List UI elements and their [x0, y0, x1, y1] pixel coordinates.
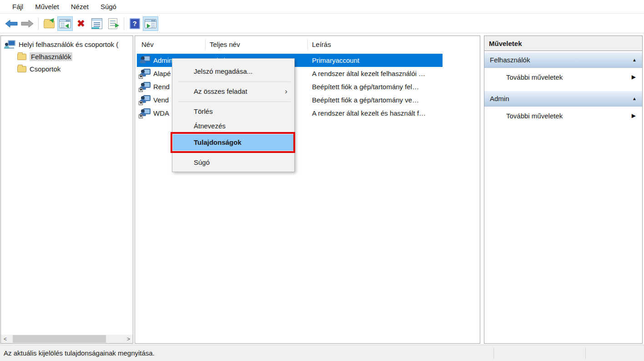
collapse-icon: ▲	[632, 57, 637, 62]
menu-sugo[interactable]: Súgó	[95, 0, 122, 14]
context-item-label: Az összes feladat	[194, 87, 247, 95]
properties-button[interactable]	[89, 16, 105, 31]
context-menu-separator	[178, 102, 291, 102]
user-disabled-icon	[140, 95, 151, 104]
list-header-row: Név Teljes név Leírás	[135, 36, 480, 53]
actions-section-felhasznalok[interactable]: Felhasználók ▲	[484, 52, 642, 68]
context-item-az-osszes-feladat[interactable]: Az összes feladat ›	[173, 84, 294, 99]
computer-user-icon	[5, 40, 15, 49]
actions-section-label: Admin	[490, 95, 509, 102]
user-disabled-icon	[140, 69, 151, 78]
actions-section-label: Felhasználók	[490, 56, 530, 64]
back-icon	[5, 20, 18, 28]
actions-section-gap	[484, 86, 642, 90]
user-description: A rendszer által kezelt felhasználói …	[312, 67, 442, 80]
status-bar: Az aktuális kijelölés tulajdonságainak m…	[0, 345, 644, 361]
show-console-tree-button[interactable]	[57, 16, 73, 31]
tree-item-csoportok[interactable]: Csoportok	[1, 63, 133, 75]
annotation-highlight-box	[171, 132, 295, 153]
help-button[interactable]: ?	[127, 16, 142, 31]
tree-horizontal-scrollbar[interactable]: < >	[1, 335, 133, 343]
back-button[interactable]	[4, 16, 19, 31]
context-item-jelszo-megadasa[interactable]: Jelszó megadása...	[173, 64, 294, 79]
column-header-leiras[interactable]: Leírás	[312, 36, 331, 53]
more-actions-arrow-icon: ▶	[632, 74, 636, 80]
scrollbar-thumb[interactable]	[13, 335, 106, 343]
folder-icon	[17, 66, 26, 72]
collapse-icon: ▲	[632, 96, 637, 101]
actions-item-tovabbi-muveletek-felhasznalok[interactable]: További műveletek ▶	[484, 68, 642, 86]
user-icon	[140, 56, 151, 65]
actions-pane: Műveletek Felhasználók ▲ További művelet…	[484, 36, 643, 344]
user-description: Beépített fiók a gép/tartomány fel…	[312, 80, 442, 93]
actions-pane-title: Műveletek	[484, 36, 642, 51]
context-item-sugo[interactable]: Súgó	[173, 155, 294, 170]
menu-fajl[interactable]: Fájl	[6, 0, 29, 14]
up-folder-icon	[44, 20, 55, 28]
scroll-left-icon[interactable]: <	[1, 335, 10, 343]
action-pane-icon	[145, 19, 156, 28]
context-item-torles[interactable]: Törlés	[173, 104, 294, 119]
tree-item-label: Felhasználók	[30, 52, 72, 61]
properties-icon	[91, 18, 102, 29]
toolbar: ✖ ?	[0, 14, 644, 33]
user-description: Beépített fiók a gép/tartomány ve…	[312, 93, 442, 107]
toolbar-separator	[38, 17, 39, 30]
console-tree-icon	[59, 19, 71, 28]
export-list-button[interactable]	[105, 16, 121, 31]
context-menu: Jelszó megadása... Az összes feladat › T…	[172, 58, 295, 172]
menu-muvelet[interactable]: Művelet	[29, 0, 65, 14]
column-header-teljes-nev[interactable]: Teljes név	[210, 36, 240, 53]
user-description: Primaryaccount	[312, 54, 442, 67]
user-description: A rendszer által kezelt és használt f…	[312, 107, 442, 120]
tree-root-label: Helyi felhasználók és csoportok (	[19, 41, 118, 48]
column-divider[interactable]	[205, 39, 206, 50]
column-divider[interactable]	[307, 39, 308, 50]
help-icon: ?	[130, 18, 140, 29]
user-disabled-icon	[140, 82, 151, 91]
tree-root-local-users-groups[interactable]: Helyi felhasználók és csoportok (	[1, 38, 133, 51]
delete-icon: ✖	[77, 19, 85, 29]
menu-nezet[interactable]: Nézet	[65, 0, 95, 14]
delete-button[interactable]: ✖	[73, 16, 89, 31]
show-action-pane-button[interactable]	[143, 16, 158, 31]
tree-item-felhasznalok[interactable]: Felhasználók	[1, 51, 133, 63]
up-one-level-button[interactable]	[41, 16, 57, 31]
forward-button[interactable]	[20, 16, 35, 31]
submenu-arrow-icon: ›	[285, 84, 287, 99]
folder-icon	[17, 54, 26, 60]
user-disabled-icon	[140, 108, 151, 117]
actions-item-label: További műveletek	[506, 112, 563, 120]
forward-icon	[21, 20, 34, 28]
context-menu-separator	[178, 81, 291, 82]
scroll-right-icon[interactable]: >	[124, 335, 133, 343]
actions-item-tovabbi-muveletek-admin[interactable]: További műveletek ▶	[484, 107, 642, 125]
console-tree-pane: Helyi felhasználók és csoportok ( Felhas…	[0, 36, 133, 344]
actions-item-label: További műveletek	[506, 73, 563, 81]
status-text: Az aktuális kijelölés tulajdonságainak m…	[4, 345, 155, 361]
tree-item-label: Csoportok	[30, 65, 60, 73]
menu-bar: Fájl Művelet Nézet Súgó	[0, 0, 644, 14]
statusbar-divider	[585, 347, 586, 359]
column-header-nev[interactable]: Név	[141, 36, 154, 53]
statusbar-divider	[493, 347, 494, 359]
export-list-icon	[108, 18, 117, 29]
context-item-atnevezes[interactable]: Átnevezés	[173, 119, 294, 133]
actions-section-admin[interactable]: Admin ▲	[484, 91, 642, 107]
toolbar-separator	[124, 17, 124, 30]
more-actions-arrow-icon: ▶	[632, 112, 636, 119]
